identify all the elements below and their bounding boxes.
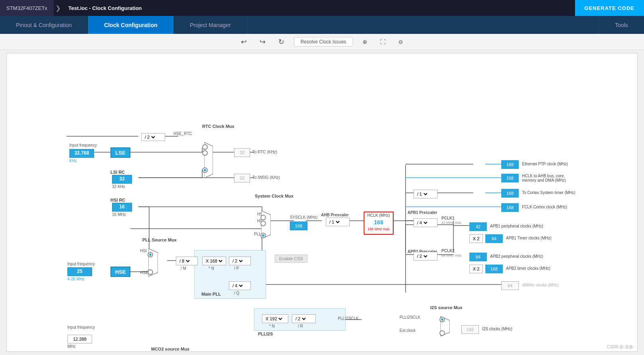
sysclk-label: SYSCLK (MHz) — [290, 215, 317, 220]
plli2s-r-select[interactable]: / 2/ 3/ 4 — [292, 314, 316, 323]
lse-block: LSE — [110, 147, 130, 158]
apb2-out-val[interactable]: 84 — [469, 253, 487, 261]
cortex-div-select[interactable]: / 1/ 8 — [414, 190, 437, 198]
hsi-rc-label: HSI RC — [110, 198, 125, 202]
toolbar: ↩ ↪ ↻ Resolve Clock Issues ⊕ ⛶ ⊖ — [0, 34, 644, 50]
mco2-label: MCO2 source Mux — [151, 347, 189, 351]
pll-q-select[interactable]: / 4/ 2/ 6 — [229, 281, 251, 290]
i2s-mux-plli2s-radio[interactable] — [439, 317, 445, 322]
apb1-x2-box: X 2 — [469, 234, 483, 243]
iwdg-output-box: 32 — [234, 174, 250, 182]
lsi-value-box[interactable]: 32 — [112, 175, 132, 184]
hse-div2-dropdown[interactable]: / 2/ 3/ 4 — [143, 134, 156, 140]
tab-clock[interactable]: Clock Configuration — [88, 16, 174, 34]
generate-code-button[interactable]: GENERATE CODE — [575, 0, 644, 16]
pll-hse-label: HSE — [140, 271, 148, 275]
ahb-div-select[interactable]: / 1/ 2/ 4 — [326, 218, 350, 226]
resolve-clock-button[interactable]: Resolve Clock Issues — [294, 37, 353, 47]
48mhz-label: 48MHz clocks (MHz) — [522, 283, 559, 287]
hse-rtc-label: HSE_RTC — [173, 131, 192, 136]
plli2s-n-label: * N — [269, 324, 275, 328]
pll-q-label: / Q — [234, 291, 239, 295]
sys-mux-hse-radio[interactable] — [260, 221, 266, 226]
ahb-div-dropdown[interactable]: / 1/ 2/ 4 — [328, 219, 341, 225]
pclk2-label: PCLK2 — [441, 249, 455, 253]
rtc-output-box: 32 — [234, 148, 250, 157]
rtc-mux-hse-radio[interactable] — [202, 144, 208, 150]
hse-input-label: Input frequency — [67, 262, 95, 266]
pll-source-mux-label: PLL Source Mux — [142, 237, 177, 242]
apb1-div-select[interactable]: / 4/ 1/ 2 — [414, 218, 437, 227]
undo-button[interactable]: ↩ — [238, 36, 250, 48]
i2s-input-unit: MHz — [67, 344, 76, 349]
pll-src-hse-radio[interactable] — [148, 269, 153, 275]
cortex-val-box[interactable]: 168 — [501, 189, 519, 198]
hse-div2-select[interactable]: / 2/ 3/ 4 — [141, 133, 165, 141]
hsi-unit-label: 16 MHz — [112, 212, 126, 217]
chip-label: STM32F407ZETx — [0, 0, 54, 16]
refresh-button[interactable]: ↻ — [275, 36, 288, 48]
plli2s-r-dropdown[interactable]: / 2/ 3/ 4 — [294, 316, 307, 322]
rtc-mux-lsi-radio[interactable] — [202, 167, 208, 173]
lse-unit-label: KHz — [69, 159, 77, 163]
cortex-div-dropdown[interactable]: / 1/ 8 — [416, 191, 429, 197]
i2s-val-box: 192 — [461, 325, 479, 334]
lse-freq-box[interactable]: 32.768 — [69, 149, 94, 158]
48mhz-val-box: 84 — [501, 281, 519, 290]
fclk-val-box[interactable]: 168 — [501, 203, 519, 212]
i2s-input-box[interactable]: 12.288 — [67, 335, 92, 343]
fit-button[interactable]: ⛶ — [377, 37, 389, 47]
lse-input-label: Input frequency — [69, 143, 97, 147]
plli2s-n-select[interactable]: X 192X 168 — [262, 314, 288, 323]
sys-mux-hsi-radio[interactable] — [260, 215, 266, 220]
apb2-div-select[interactable]: / 2/ 1/ 4 — [414, 252, 437, 261]
plli2s-n-dropdown[interactable]: X 192X 168 — [264, 316, 284, 322]
apb1-out-val[interactable]: 42 — [469, 222, 487, 231]
zoom-in-button[interactable]: ⊕ — [359, 37, 370, 47]
pll-m-select[interactable]: / 8/ 4/ 6 — [176, 257, 198, 265]
rtc-mux-label: RTC Clock Mux — [202, 124, 234, 129]
hsi-value-box[interactable]: 16 — [112, 203, 132, 212]
zoom-out-button[interactable]: ⊖ — [395, 37, 406, 47]
hse-freq-box[interactable]: 25 — [67, 267, 92, 276]
redo-button[interactable]: ↪ — [256, 36, 269, 48]
tab-project[interactable]: Project Manager — [174, 16, 247, 34]
pll-n-dropdown[interactable]: X 168X 192X 240 — [204, 258, 224, 264]
apb1-periph-label: APB1 peripheral clocks (MHz) — [490, 224, 543, 228]
rtc-mux-lse-radio[interactable] — [202, 150, 208, 156]
hclk-container: HCLK (MHz) 168 168 MHz max — [364, 212, 394, 235]
pll-q-dropdown[interactable]: / 4/ 2/ 6 — [231, 283, 244, 288]
apb1-div-dropdown[interactable]: / 4/ 1/ 2 — [416, 220, 429, 226]
file-title-text: Test.ioc - Clock Configuration — [69, 5, 142, 11]
pll-p-label: / P — [234, 266, 239, 271]
ahb-val-box[interactable]: 168 — [501, 174, 519, 182]
pll-p-select[interactable]: / 2/ 4/ 6 — [229, 257, 251, 265]
diagram-lines — [7, 53, 637, 351]
sys-mux-pllclk-radio[interactable] — [260, 233, 266, 238]
i2s-clocks-label: I2S clocks (MHz) — [482, 327, 512, 331]
sys-clk-mux-label: System Clock Mux — [255, 194, 293, 198]
pll-p-dropdown[interactable]: / 2/ 4/ 6 — [231, 258, 244, 264]
pll-m-dropdown[interactable]: / 8/ 4/ 6 — [178, 258, 191, 264]
tab-pinout-label: Pinout & Configuration — [16, 22, 72, 28]
pll-n-select[interactable]: X 168X 192X 240 — [202, 257, 226, 265]
enable-css-button[interactable]: Enable CSS — [275, 255, 307, 263]
tab-tools[interactable]: Tools — [599, 16, 644, 34]
pll-src-hsi-radio[interactable] — [148, 252, 153, 257]
sysclk-value[interactable]: 168 — [290, 222, 307, 230]
i2s-mux-ext-radio[interactable] — [439, 330, 445, 336]
pclk1-label: PCLK1 — [441, 216, 455, 220]
plli2s-label: PLLI2S — [258, 331, 273, 336]
hclk-value[interactable]: 168 — [364, 218, 393, 227]
plli2sclk-mux-label: PLLI2SCLK — [400, 315, 420, 320]
chip-name: STM32F407ZETx — [6, 5, 47, 11]
apb2-timer-label: APB2 timer clocks (MHz) — [506, 266, 550, 271]
apb1-timer-val[interactable]: 84 — [485, 234, 503, 243]
ahb-prescaler-label: AHB Prescaler — [321, 213, 349, 217]
plli2s-r-label: / R — [298, 324, 303, 328]
tab-pinout[interactable]: Pinout & Configuration — [0, 16, 88, 34]
cortex-label: To Cortex System timer (MHz) — [522, 190, 575, 195]
apb2-timer-val[interactable]: 168 — [485, 265, 503, 273]
apb2-div-dropdown[interactable]: / 2/ 1/ 4 — [416, 253, 429, 259]
eth-val-box[interactable]: 168 — [501, 160, 519, 169]
